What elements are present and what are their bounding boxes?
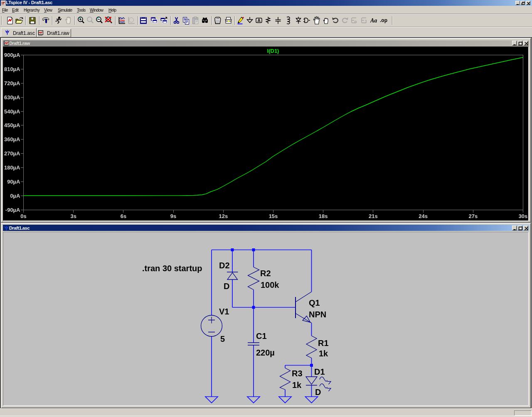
svg-text:R1: R1 — [318, 339, 329, 348]
svg-text:D1: D1 — [314, 367, 325, 376]
svg-text:100k: 100k — [261, 280, 279, 289]
svg-text:900µA: 900µA — [4, 52, 20, 58]
svg-text:C1: C1 — [256, 331, 267, 341]
svg-text:720µA: 720µA — [4, 80, 20, 86]
svg-text:450µA: 450µA — [4, 122, 20, 128]
svg-text:6s: 6s — [121, 213, 126, 219]
svg-text:Q1: Q1 — [309, 298, 320, 307]
svg-text:V1: V1 — [219, 307, 229, 316]
svg-text:15s: 15s — [269, 213, 278, 219]
svg-text:360µA: 360µA — [4, 136, 20, 142]
svg-text:18s: 18s — [319, 213, 328, 219]
svg-text:0µA: 0µA — [10, 193, 20, 199]
svg-text:180µA: 180µA — [4, 164, 20, 171]
svg-text:1k: 1k — [292, 380, 302, 390]
svg-text:810µA: 810µA — [4, 66, 20, 72]
svg-text:270µA: 270µA — [4, 150, 20, 157]
svg-text:D: D — [315, 388, 321, 397]
svg-text:.op: .op — [380, 17, 387, 23]
svg-text:27s: 27s — [468, 213, 478, 219]
svg-text:30s: 30s — [519, 213, 528, 219]
svg-text:Aa: Aa — [370, 17, 377, 24]
svg-text:21s: 21s — [369, 213, 378, 219]
svg-text:1k: 1k — [319, 349, 328, 358]
svg-text:90µA: 90µA — [7, 179, 20, 185]
svg-text:R2: R2 — [260, 269, 271, 278]
svg-text:0s: 0s — [20, 213, 26, 219]
svg-text:-90µA: -90µA — [5, 207, 20, 213]
svg-text:220µ: 220µ — [256, 348, 275, 357]
svg-text:.tran 30 startup: .tran 30 startup — [142, 264, 202, 273]
svg-text:NPN: NPN — [309, 310, 326, 319]
svg-text:D2: D2 — [219, 261, 230, 270]
svg-text:A: A — [257, 18, 260, 23]
svg-text:540µA: 540µA — [4, 108, 20, 115]
svg-text:12s: 12s — [219, 213, 228, 219]
svg-text:24s: 24s — [419, 213, 428, 219]
svg-text:9s: 9s — [170, 213, 176, 219]
svg-text:I(D1): I(D1) — [267, 48, 279, 54]
svg-text:630µA: 630µA — [4, 94, 20, 101]
svg-text:5: 5 — [220, 334, 225, 343]
svg-text:R3: R3 — [292, 369, 303, 378]
svg-text:3s: 3s — [70, 213, 76, 219]
svg-text:D: D — [224, 282, 229, 291]
